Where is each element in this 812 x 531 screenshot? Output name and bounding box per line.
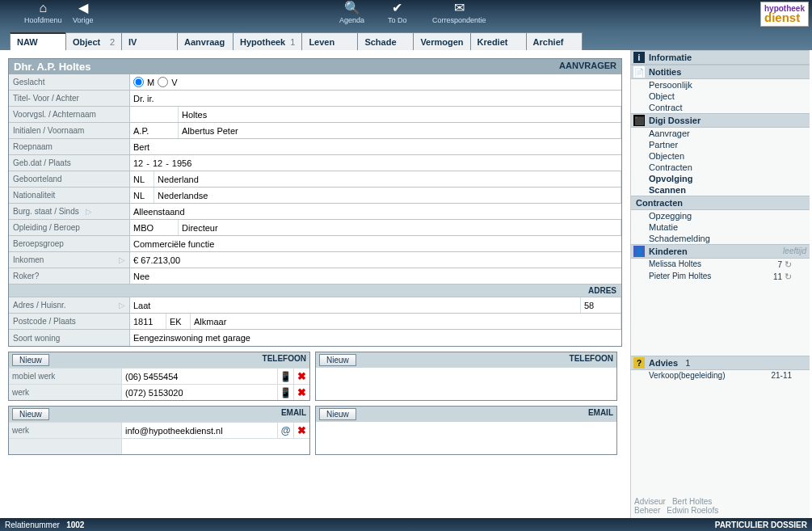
val-roker[interactable]: Nee xyxy=(130,268,621,284)
val-nat-code[interactable]: NL xyxy=(130,188,154,203)
link-objecten[interactable]: Objecten xyxy=(631,150,810,162)
tab-object[interactable]: Object2 xyxy=(65,32,122,50)
radio-v[interactable] xyxy=(158,77,168,87)
todo-button[interactable]: ✔ To Do xyxy=(388,2,407,24)
val-voornaam[interactable]: Albertus Peter xyxy=(179,123,621,138)
delete-icon[interactable]: ✖ xyxy=(293,423,309,438)
val-adres[interactable]: Laat xyxy=(130,297,581,313)
label-postcode: Postcode / Plaats xyxy=(9,314,130,329)
phone-icon[interactable]: 📱 xyxy=(277,385,293,400)
tel2-value-cell[interactable]: (072) 5153020 xyxy=(122,385,277,400)
nieuw-tel2-button[interactable]: Nieuw xyxy=(319,354,356,366)
tel1-value-cell[interactable]: (06) 5455454 xyxy=(122,369,277,384)
corresp-button[interactable]: ✉ Correspondentie xyxy=(432,2,486,24)
value-opleiding: MBO xyxy=(133,223,154,233)
email-empty-v[interactable] xyxy=(122,439,309,454)
email1-label[interactable]: werk xyxy=(9,423,122,438)
label-beroepsgroep: Beroepsgroep xyxy=(9,236,130,251)
tab-iv[interactable]: IV xyxy=(121,32,178,50)
kid-1[interactable]: Melissa Holtes7↻ xyxy=(631,259,810,271)
val-opleiding[interactable]: MBO xyxy=(130,220,179,235)
value-burg: Alleenstaand xyxy=(133,207,185,217)
email1-value-cell[interactable]: info@hypotheekdienst.nl xyxy=(122,423,277,438)
val-inkomen[interactable]: € 67.213,00 xyxy=(130,252,621,268)
agenda-button[interactable]: 🔍 Agenda xyxy=(339,2,364,24)
dropdown-icon[interactable]: ▷ xyxy=(119,301,125,310)
nieuw-email2-button[interactable]: Nieuw xyxy=(319,408,356,420)
val-achternaam[interactable]: Holtes xyxy=(179,107,621,122)
val-nat[interactable]: Nederlandse xyxy=(154,188,621,203)
sec-advies[interactable]: ?Advies 1 xyxy=(631,356,810,370)
value-pc2: EK xyxy=(170,317,182,327)
sec-notities[interactable]: 📄Notities xyxy=(631,65,810,79)
val-titel[interactable]: Dr. ir. xyxy=(130,91,621,106)
tab-aanvraag[interactable]: Aanvraag xyxy=(177,32,234,50)
tab-vermogen[interactable]: Vermogen xyxy=(413,32,470,50)
link-opvolging[interactable]: Opvolging xyxy=(631,173,810,184)
tab-krediet[interactable]: Krediet xyxy=(470,32,527,50)
val-initialen[interactable]: A.P. xyxy=(130,123,179,138)
sec-digi[interactable]: ⬛Digi Dossier xyxy=(631,113,810,128)
sec-kinderen[interactable]: 👤Kinderenleeftijd xyxy=(631,244,810,259)
top-toolbar: ⌂ Hoofdmenu ◀ Vorige 🔍 Agenda ✔ To Do ✉ … xyxy=(0,0,812,31)
link-aanvrager[interactable]: Aanvrager xyxy=(631,128,810,139)
delete-icon[interactable]: ✖ xyxy=(293,385,309,400)
val-beroep[interactable]: Directeur xyxy=(179,220,621,235)
val-gebdat[interactable]: 12 - 12 - 1956 xyxy=(130,155,621,171)
agenda-icon: 🔍 xyxy=(339,2,364,15)
tel2-label[interactable]: werk xyxy=(9,385,122,400)
nieuw-tel-button[interactable]: Nieuw xyxy=(12,354,49,366)
refresh-icon[interactable]: ↻ xyxy=(785,272,792,281)
link-persoonlijk[interactable]: Persoonlijk xyxy=(631,79,810,91)
tel1-label[interactable]: mobiel werk xyxy=(9,369,122,384)
section-adres: ADRES xyxy=(9,284,621,297)
mobile-icon[interactable]: 📱 xyxy=(277,369,293,384)
email1-value: info@hypotheekdienst.nl xyxy=(125,426,223,436)
sec-contracten[interactable]: Contracten xyxy=(631,196,810,210)
value-geb-land: Nederland xyxy=(158,175,199,184)
row-soortwoning: Soort woning Eengezinswoning met garage xyxy=(9,330,621,346)
val-plaats[interactable]: Alkmaar xyxy=(191,314,621,329)
advies-row[interactable]: Verkoop(begeleiding)21-11 xyxy=(631,370,810,381)
val-roepnaam[interactable]: Bert xyxy=(130,139,621,154)
adviseur-value: Bert Holtes xyxy=(672,497,712,506)
link-partner[interactable]: Partner xyxy=(631,139,810,150)
link-opzegging[interactable]: Opzegging xyxy=(631,210,810,221)
email-col-right: Nieuw EMAIL xyxy=(315,406,617,455)
dropdown-icon[interactable]: ▷ xyxy=(86,207,92,216)
delete-icon[interactable]: ✖ xyxy=(293,369,309,384)
tab-naw[interactable]: NAW xyxy=(10,32,66,50)
radio-m[interactable] xyxy=(133,77,144,87)
tab-schade[interactable]: Schade xyxy=(357,32,414,50)
link-mutatie[interactable]: Mutatie xyxy=(631,221,810,233)
nieuw-email-button[interactable]: Nieuw xyxy=(12,408,49,420)
link-schademelding[interactable]: Schademelding xyxy=(631,233,810,244)
refresh-icon[interactable]: ↻ xyxy=(785,259,792,269)
tab-archief[interactable]: Archief xyxy=(526,32,583,50)
sec-informatie[interactable]: iInformatie xyxy=(631,50,810,65)
tab-hypotheek[interactable]: Hypotheek1 xyxy=(233,32,302,50)
dropdown-icon[interactable]: ▷ xyxy=(119,255,125,264)
val-geb-land[interactable]: Nederland xyxy=(154,171,621,187)
link-contracten[interactable]: Contracten xyxy=(631,162,810,173)
kid-2[interactable]: Pieter Pim Holtes11↻ xyxy=(631,271,810,283)
link-object[interactable]: Object xyxy=(631,91,810,102)
at-icon[interactable]: @ xyxy=(277,423,293,438)
link-contract[interactable]: Contract xyxy=(631,102,810,113)
val-huisnr[interactable]: 58 xyxy=(581,297,621,313)
val-pc2[interactable]: EK xyxy=(166,314,191,329)
prev-button[interactable]: ◀ Vorige xyxy=(73,2,94,24)
home-button[interactable]: ⌂ Hoofdmenu xyxy=(24,2,62,24)
email-empty-l[interactable] xyxy=(9,439,122,454)
tab-leven[interactable]: Leven xyxy=(301,32,358,50)
link-scannen[interactable]: Scannen xyxy=(631,184,810,196)
panel-header: Dhr. A.P. Holtes AANVRAGER xyxy=(8,58,622,74)
val-burg[interactable]: Alleenstaand xyxy=(130,204,621,219)
val-pc1[interactable]: 1811 xyxy=(130,314,166,329)
val-soortwoning[interactable]: Eengezinswoning met garage xyxy=(130,330,621,346)
row-roker: Roker? Nee xyxy=(9,268,621,284)
val-beroepsgroep[interactable]: Commerciële functie xyxy=(130,236,621,251)
val-geb-land-code[interactable]: NL xyxy=(130,171,154,187)
person-icon: 👤 xyxy=(633,246,645,257)
val-voorvgsl[interactable] xyxy=(130,107,179,122)
